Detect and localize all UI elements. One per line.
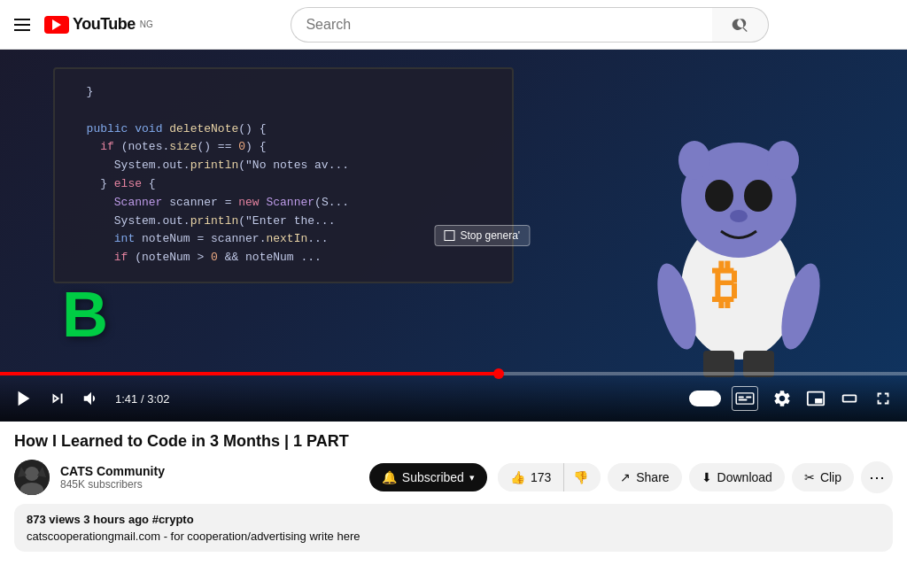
svg-marker-12 [19, 391, 30, 406]
svg-rect-16 [746, 397, 751, 398]
play-button[interactable] [11, 385, 37, 412]
scissors-icon: ✂ [804, 470, 815, 484]
download-label: Download [717, 470, 772, 484]
thumbs-down-icon: 👎 [573, 470, 588, 484]
video-title: How I Learned to Code in 3 Months | 1 PA… [14, 432, 893, 451]
more-options-button[interactable]: ⋯ [861, 461, 893, 493]
channel-name: CATS Community [60, 464, 359, 478]
svg-point-18 [25, 467, 39, 481]
subscriber-count: 845K subscribers [60, 478, 359, 491]
captions-button[interactable] [728, 383, 762, 414]
stop-generating-badge[interactable]: Stop genera' [434, 225, 530, 246]
youtube-country: NG [140, 19, 153, 29]
download-button[interactable]: ⬇ Download [689, 463, 785, 491]
svg-rect-15 [739, 399, 748, 401]
video-controls: 1:41 / 3:02 [0, 375, 907, 422]
svg-point-5 [744, 180, 772, 212]
svg-point-6 [730, 210, 748, 222]
channel-info: CATS Community 845K subscribers [60, 464, 359, 491]
svg-text:₿: ₿ [712, 255, 738, 313]
skip-button[interactable] [44, 385, 71, 412]
header: YouTubeNG [0, 0, 907, 50]
svg-point-3 [767, 141, 799, 180]
search-icon [732, 16, 749, 34]
fullscreen-button[interactable] [870, 385, 896, 412]
video-player[interactable]: } public void deleteNote() { if (notes.s… [0, 50, 907, 422]
b-logo: B [62, 278, 108, 351]
video-meta: 873 views 3 hours ago #crypto [27, 513, 880, 526]
clip-label: Clip [820, 470, 841, 484]
captions-icon [732, 386, 758, 411]
share-button[interactable]: ↗ Share [608, 463, 681, 491]
code-background: } public void deleteNote() { if (notes.s… [53, 67, 514, 283]
download-icon: ⬇ [702, 470, 712, 484]
stop-checkbox [444, 230, 454, 241]
youtube-icon [44, 16, 69, 34]
settings-button[interactable] [769, 385, 795, 412]
bell-icon: 🔔 [382, 470, 397, 484]
play-icon [14, 389, 34, 408]
dislike-button[interactable]: 👎 [564, 463, 601, 491]
view-count: 873 views [27, 513, 81, 526]
clip-button[interactable]: ✂ Clip [792, 463, 854, 491]
character-illustration: ₿ [624, 94, 854, 377]
svg-rect-14 [739, 397, 744, 398]
youtube-logo[interactable]: YouTubeNG [44, 15, 153, 34]
time-display: 1:41 / 3:02 [115, 392, 169, 406]
svg-rect-13 [736, 393, 754, 404]
share-icon: ↗ [620, 470, 631, 484]
skip-icon [48, 389, 67, 408]
volume-icon [81, 389, 101, 408]
more-icon: ⋯ [869, 468, 885, 487]
toggle-knob [706, 392, 718, 405]
like-count: 173 [531, 470, 551, 484]
header-left: YouTubeNG [14, 15, 153, 34]
theater-icon [840, 389, 859, 408]
channel-row: CATS Community 845K subscribers 🔔 Subscr… [14, 460, 893, 495]
video-info-section: How I Learned to Code in 3 Months | 1 PA… [0, 422, 907, 559]
youtube-wordmark: YouTube [73, 15, 136, 34]
settings-icon [772, 389, 792, 408]
like-dislike-group: 👍 173 👎 [498, 463, 601, 491]
subscribe-label: Subscribed [402, 470, 464, 484]
svg-point-2 [678, 141, 710, 180]
share-label: Share [636, 470, 669, 484]
video-description-box[interactable]: 873 views 3 hours ago #crypto catscooper… [14, 504, 893, 552]
miniplayer-icon [806, 389, 826, 408]
search-input[interactable] [291, 7, 712, 43]
like-button[interactable]: 👍 173 [498, 463, 564, 491]
subscribe-button[interactable]: 🔔 Subscribed ▾ [369, 463, 487, 491]
stop-badge-text: Stop genera' [460, 229, 520, 242]
theater-mode-button[interactable] [836, 385, 863, 412]
avatar-icon [14, 460, 50, 495]
fullscreen-icon [873, 389, 893, 408]
hamburger-menu[interactable] [14, 19, 30, 31]
thumbs-up-icon: 👍 [510, 470, 525, 484]
miniplayer-button[interactable] [802, 385, 829, 412]
chevron-down-icon: ▾ [469, 472, 475, 484]
volume-button[interactable] [78, 385, 105, 412]
search-bar [291, 7, 769, 43]
action-buttons: 👍 173 👎 ↗ Share ⬇ Download [498, 461, 893, 493]
video-info: How I Learned to Code in 3 Months | 1 PA… [14, 422, 893, 559]
svg-point-4 [705, 180, 733, 212]
time-ago-text: 3 hours ago [83, 513, 149, 526]
autoplay-toggle[interactable] [689, 391, 721, 406]
hashtag-text: #crypto [152, 513, 194, 526]
search-button[interactable] [712, 7, 769, 43]
video-thumbnail: } public void deleteNote() { if (notes.s… [0, 50, 907, 422]
channel-avatar[interactable] [14, 460, 50, 495]
video-description: catscooperationgmail.com - for cooperati… [27, 530, 880, 543]
